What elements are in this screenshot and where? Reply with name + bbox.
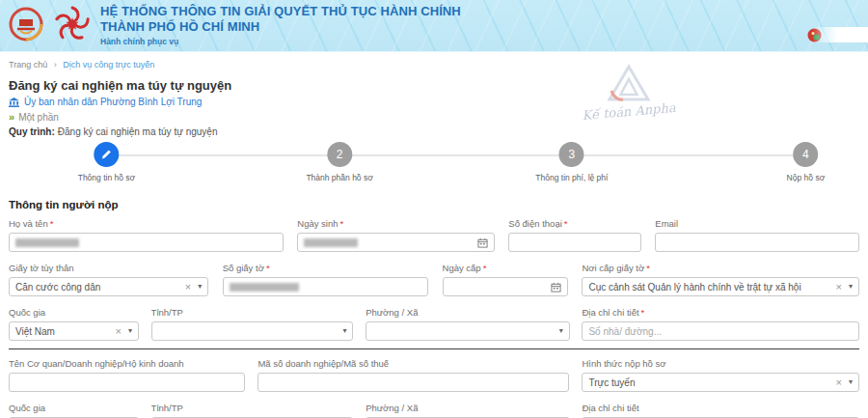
ma-so-label: Mã số doanh nghiệp/Mã số thuế: [258, 358, 389, 369]
dia-chi-input[interactable]: [588, 326, 853, 337]
required-marker: *: [646, 263, 650, 273]
ho-ten-input[interactable]: [9, 233, 284, 252]
hinh-thuc-select[interactable]: Trực tuyến × ▾: [582, 373, 859, 392]
email-label: Email: [655, 218, 678, 229]
breadcrumb-current-link[interactable]: Dịch vụ công trực tuyến: [63, 60, 154, 70]
step3-label: Thông tin phí, lệ phí: [535, 173, 608, 182]
ngay-cap-input[interactable]: [449, 282, 552, 293]
breadcrumb-separator: ›: [54, 60, 57, 70]
required-marker: *: [564, 218, 568, 229]
ngay-cap-label: Ngày cấp: [443, 263, 481, 273]
step3-circle[interactable]: 3: [559, 142, 584, 167]
so-giay-to-input[interactable]: [223, 277, 428, 296]
field-ngay-cap: Ngày cấp*: [443, 263, 569, 296]
step2-label: Thành phần hồ sơ: [306, 173, 372, 182]
clear-icon[interactable]: ×: [836, 377, 842, 388]
system-title-line2: THÀNH PHỐ HỒ CHÍ MINH: [100, 19, 461, 35]
step-thong-tin-phi[interactable]: 3 Thông tin phí, lệ phí: [535, 142, 608, 182]
giay-to-select[interactable]: Căn cước công dân × ▾: [9, 277, 208, 296]
process-value: Đăng ký cai nghiện ma túy tự nguyện: [58, 126, 218, 137]
clear-icon[interactable]: ×: [185, 282, 191, 293]
field-dia-chi-2: Địa chỉ chi tiết: [582, 403, 859, 418]
agency-link[interactable]: Ủy ban nhân dân Phường Bình Lợi Trung: [9, 97, 859, 107]
step1-label: Thông tin hồ sơ: [78, 173, 135, 182]
chevron-down-icon[interactable]: ▾: [559, 327, 563, 335]
step2-circle[interactable]: 2: [327, 142, 352, 167]
section-divider: [9, 348, 859, 349]
so-giay-to-label: Số giấy tờ: [223, 263, 264, 273]
process-label: Quy trình:: [9, 126, 55, 137]
quoc-gia-label: Quốc gia: [9, 403, 45, 413]
required-marker: *: [340, 218, 344, 229]
so-dien-thoai-input[interactable]: [515, 237, 635, 248]
hcmc-emblem-icon: [8, 6, 44, 46]
chevron-down-icon[interactable]: ▾: [849, 283, 853, 291]
chevron-down-icon[interactable]: ▾: [849, 378, 853, 386]
header-titles: HỆ THỐNG THÔNG TIN GIẢI QUYẾT THỦ TỤC HÀ…: [100, 4, 461, 47]
ngay-sinh-input[interactable]: [297, 233, 495, 252]
ma-so-input-wrap: [258, 373, 569, 392]
step1-circle[interactable]: [94, 142, 119, 167]
header: HỆ THỐNG THÔNG TIN GIẢI QUYẾT THỦ TỤC HÀ…: [0, 0, 868, 52]
level-text: Một phần: [18, 112, 59, 123]
select-value: Trực tuyến: [588, 377, 831, 388]
step4-circle[interactable]: 4: [793, 142, 818, 167]
noi-cap-select[interactable]: Cục cảnh sát Quản lý hành chính về trật …: [582, 277, 859, 296]
section-title-nguoi-nop: Thông tin người nộp: [9, 199, 859, 210]
tinh-tp-label: Tỉnh/TP: [151, 403, 183, 413]
redacted-value: [230, 283, 299, 292]
chevron-down-icon[interactable]: ▾: [128, 327, 132, 335]
field-phuong-xa-1: Phường / Xã ▾: [366, 307, 570, 341]
email-input[interactable]: [662, 237, 853, 248]
agency-name: Ủy ban nhân dân Phường Bình Lợi Trung: [24, 97, 202, 107]
field-phuong-xa-2: Phường / Xã ▾: [366, 403, 570, 418]
required-marker: *: [641, 307, 645, 318]
phuong-xa-select[interactable]: ▾: [366, 321, 570, 341]
chevron-down-icon[interactable]: ▾: [342, 327, 346, 335]
calendar-icon[interactable]: [551, 282, 561, 293]
quoc-gia-select[interactable]: Việt Nam × ▾: [9, 321, 139, 341]
field-so-dien-thoai: Số điện thoại*: [508, 218, 641, 252]
wizard-stepper: Thông tin hồ sơ 2 Thành phần hồ sơ 3 Thô…: [9, 142, 859, 187]
stepper-connector: [106, 154, 805, 156]
process-line: Quy trình:Đăng ký cai nghiện ma túy tự n…: [9, 126, 859, 137]
required-marker: *: [266, 263, 270, 273]
step-thanh-phan-ho-so[interactable]: 2 Thành phần hồ sơ: [306, 142, 372, 182]
calendar-icon[interactable]: [477, 237, 488, 248]
procedure-title: Đăng ký cai nghiện ma túy tự nguyện: [9, 78, 859, 93]
field-ten-co-quan: Tên Cơ quan/Doanh nghiệp/Hộ kinh doanh: [9, 358, 245, 392]
field-giay-to-tuy-than: Giấy tờ tùy thân Căn cước công dân × ▾: [9, 263, 208, 296]
redacted-value: [15, 238, 79, 247]
step4-label: Nộp hồ sơ: [787, 173, 826, 182]
redacted-value: [304, 238, 358, 247]
select-value: Cục cảnh sát Quản lý hành chính về trật …: [588, 282, 831, 293]
form-row-1: Họ và tên* Ngày sinh* Số điện thoại* Ema…: [9, 218, 859, 252]
ma-so-input[interactable]: [264, 377, 562, 388]
dia-chi-label: Địa chỉ chi tiết: [582, 403, 638, 413]
select-value: Việt Nam: [15, 326, 111, 337]
required-marker: *: [483, 263, 487, 273]
tinh-tp-select[interactable]: ▾: [151, 321, 354, 341]
form-row-5: Quốc gia Việt Nam × ▾ Tỉnh/TP ▾ Phường /…: [9, 403, 859, 418]
chevron-down-icon[interactable]: ▾: [198, 283, 202, 291]
breadcrumb: Trang chủ › Dịch vụ công trực tuyến: [9, 60, 859, 70]
dia-chi-label: Địa chỉ chi tiết: [582, 307, 638, 318]
form-row-2: Giấy tờ tùy thân Căn cước công dân × ▾ S…: [9, 263, 859, 296]
form-row-3: Quốc gia Việt Nam × ▾ Tỉnh/TP ▾ Phường /…: [9, 307, 859, 341]
breadcrumb-home-link[interactable]: Trang chủ: [9, 60, 47, 70]
header-fade-strip: [812, 27, 868, 42]
step-thong-tin-ho-so[interactable]: Thông tin hồ sơ: [78, 142, 135, 182]
ten-co-quan-input[interactable]: [15, 377, 238, 388]
clear-icon[interactable]: ×: [836, 282, 842, 293]
ngay-cap-input-wrap: [443, 277, 569, 296]
hinh-thuc-label: Hình thức nộp hồ sơ: [582, 358, 665, 369]
national-public-service-icon: [53, 5, 92, 47]
step-nop-ho-so[interactable]: 4 Nộp hồ sơ: [787, 142, 826, 182]
field-tinh-tp-1: Tỉnh/TP ▾: [151, 307, 354, 341]
field-noi-cap-giay-to: Nơi cấp giấy tờ* Cục cảnh sát Quản lý hà…: [582, 263, 859, 296]
clear-icon[interactable]: ×: [115, 326, 121, 337]
ten-co-quan-input-wrap: [9, 373, 245, 392]
field-quoc-gia-1: Quốc gia Việt Nam × ▾: [9, 307, 139, 341]
field-dia-chi-1: Địa chỉ chi tiết*: [582, 307, 859, 341]
double-chevron-icon: »: [9, 111, 14, 123]
